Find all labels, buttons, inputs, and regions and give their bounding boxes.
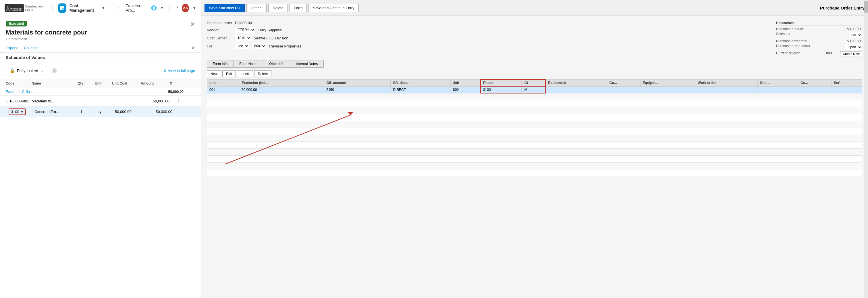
line-items-table: Line Extension (bef... G/L account G/L d… xyxy=(207,79,862,176)
cell-co xyxy=(607,86,640,93)
col-equipm: Equipm... xyxy=(640,79,695,86)
table-row-empty-7 xyxy=(207,135,862,141)
sales-tax-row: Sales tax CA xyxy=(776,32,862,38)
vendor-name: Ferry Supplies xyxy=(258,28,282,32)
col-co: Co... xyxy=(607,79,640,86)
right-scrollbar[interactable] xyxy=(864,0,868,298)
project-name: Traverse Pro... xyxy=(126,3,147,13)
expand-collapse-table-row: Expa... | Colla... 50,000.00 xyxy=(0,88,201,96)
tab-form-notes[interactable]: Form Notes xyxy=(234,60,264,67)
back-btn[interactable]: ← xyxy=(117,5,122,11)
cell-job: 800 xyxy=(451,86,480,93)
detail-name: Concrete Tra... xyxy=(34,110,81,114)
po-status-select[interactable]: Open xyxy=(845,44,862,50)
status-area: Executed Materials for concrete pour Com… xyxy=(0,16,201,44)
col-unit-cost: Unit Cost xyxy=(112,81,141,85)
left-panel: ▲ AUTODESK Construction Cloud Cost Manag… xyxy=(0,0,201,298)
form-button[interactable]: Form xyxy=(289,4,307,12)
table-expand[interactable]: Expa... xyxy=(6,90,17,94)
module-title: Cost Management xyxy=(69,3,98,13)
col-equipment: Equipment xyxy=(546,79,607,86)
save-new-po-button[interactable]: Save and New PO xyxy=(205,4,245,12)
lock-chevron: ⌄ xyxy=(40,69,43,73)
save-continue-button[interactable]: Save and Continue Entry xyxy=(308,4,359,12)
close-button[interactable]: ✕ xyxy=(190,21,195,28)
for-type-select[interactable]: Job xyxy=(235,43,249,49)
col-unit: Unit xyxy=(95,81,112,85)
po-status-row: Purchase order status Open xyxy=(776,44,862,50)
cell-equipment xyxy=(546,86,607,93)
col-name: Name xyxy=(32,81,78,85)
scrollbar-thumb[interactable] xyxy=(864,1,868,13)
table-row[interactable]: 001 50,000.00 5150 DIRECT... 800 3100 M xyxy=(207,86,862,93)
vendor-row: Vendor FERRY Ferry Supplies xyxy=(207,27,770,33)
cancel-button[interactable]: Cancel xyxy=(246,4,267,12)
right-toolbar: Save and New PO Cancel Delete Form Save … xyxy=(201,0,868,16)
line-edit-button[interactable]: Edit xyxy=(222,71,236,77)
total-amount: 50,000.00 xyxy=(168,90,184,94)
lock-row: 🔒 Fully locked ⌄ i ⧉ View in full page xyxy=(0,62,201,79)
globe-icon[interactable]: 🌐 xyxy=(151,5,157,11)
line-new-button[interactable]: New xyxy=(207,71,221,77)
view-full-page-link[interactable]: ⧉ View in full page xyxy=(164,69,195,73)
cell-extension: 50,000.00 xyxy=(239,86,324,93)
table-section: Code Name Qty Unit Unit Cost Amount ⚙ Ex… xyxy=(0,79,201,298)
svg-rect-3 xyxy=(62,8,64,10)
col-co2: Co... xyxy=(798,79,832,86)
expand-link[interactable]: Expand xyxy=(6,46,19,50)
cell-ser xyxy=(832,86,862,93)
chevron-icon: ⌄ xyxy=(6,99,9,103)
settings-icon[interactable]: ⚙ xyxy=(192,46,195,50)
table-row-empty-4 xyxy=(207,114,862,121)
col-settings[interactable]: ⚙ xyxy=(169,81,181,85)
cost-center-select[interactable]: 1010 xyxy=(235,35,251,41)
delete-button[interactable]: Delete xyxy=(268,4,288,12)
table-row-empty-8 xyxy=(207,141,862,148)
col-ct: Ct xyxy=(522,79,546,86)
cell-gl-desc: DIRECT... xyxy=(391,86,451,93)
po-row[interactable]: ⌄ PO800-001 Materials fo... 50,000.00 ⋮ xyxy=(0,96,201,106)
lock-label: Fully locked xyxy=(17,69,38,73)
cell-ct: M xyxy=(522,86,546,93)
detail-code: 3100-M xyxy=(9,108,26,115)
tab-internal-notes[interactable]: Internal Notes xyxy=(290,60,323,67)
detail-unit: cy xyxy=(98,110,115,114)
col-gl-account: G/L account xyxy=(324,79,391,86)
current-revision-value: 000 xyxy=(809,51,832,56)
vendor-select[interactable]: FERRY xyxy=(235,27,255,33)
help-icon[interactable]: ? xyxy=(176,5,178,11)
detail-row[interactable]: 3100-M Concrete Tra... 1 cy 50,000.00 50… xyxy=(0,106,201,117)
po-row-menu[interactable]: ⋮ xyxy=(169,98,181,104)
table-collapse[interactable]: Colla... xyxy=(22,90,32,94)
executed-badge: Executed xyxy=(6,21,27,26)
table-row-empty-12 xyxy=(207,169,862,176)
commitment-subtitle: Commitment xyxy=(6,37,87,41)
for-value-select[interactable]: 800 xyxy=(252,43,266,49)
tab-other-info[interactable]: Other Info xyxy=(264,60,290,67)
cost-center-name: Seattle - GC Division xyxy=(254,36,288,40)
cell-co2 xyxy=(798,86,832,93)
col-gl-desc: G/L desc... xyxy=(391,79,451,86)
collapse-link[interactable]: Collapse xyxy=(24,46,38,50)
info-icon[interactable]: i xyxy=(52,68,57,73)
cost-center-label: Cost Center xyxy=(207,36,232,40)
sales-tax-select[interactable]: CA xyxy=(849,32,862,38)
col-line: Line xyxy=(207,79,239,86)
table-row-empty-5 xyxy=(207,121,862,128)
line-toolbar: New Edit Insert Delete xyxy=(207,71,862,77)
table-row-empty-9 xyxy=(207,148,862,155)
detail-qty: 1 xyxy=(81,110,98,114)
create-next-button[interactable]: Create Next xyxy=(840,51,862,56)
module-dropdown[interactable]: ▼ xyxy=(102,6,105,10)
avatar[interactable]: AA xyxy=(182,4,189,12)
svg-rect-1 xyxy=(62,6,64,8)
po-number-label: Purchase order xyxy=(207,21,232,25)
purchase-amount-row: Purchase amount 50,000.00 xyxy=(776,27,862,31)
project-dropdown[interactable]: ▼ xyxy=(160,6,164,10)
line-insert-button[interactable]: Insert xyxy=(237,71,253,77)
col-phase: Phase xyxy=(480,79,522,86)
tab-form-info[interactable]: Form Info xyxy=(207,60,234,67)
line-delete-button[interactable]: Delete xyxy=(254,71,272,77)
lock-badge[interactable]: 🔒 Fully locked ⌄ xyxy=(6,66,47,75)
avatar-dropdown[interactable]: ▼ xyxy=(192,6,196,10)
